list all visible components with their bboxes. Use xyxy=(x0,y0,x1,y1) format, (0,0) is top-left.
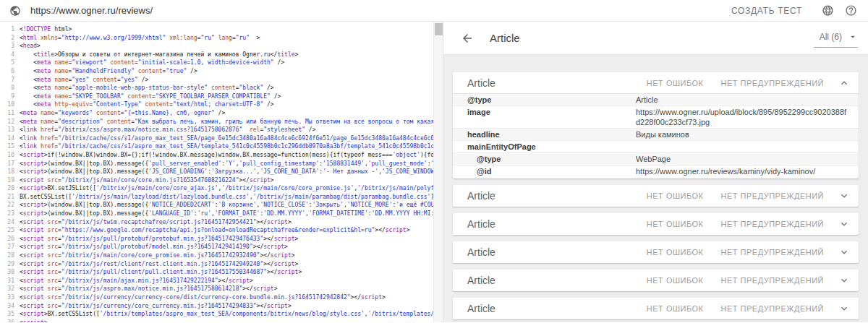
results-header: Article All (6) xyxy=(443,22,868,55)
card-title: Article xyxy=(467,218,495,230)
line-number: 30 xyxy=(0,268,20,277)
line-number: 13 xyxy=(0,126,20,134)
results-panel: Article All (6) Article НЕТ ОШИБОК НЕТ П… xyxy=(443,22,868,322)
main-split: 1<!DOCTYPE html>2<html xmlns="http://www… xyxy=(0,22,868,322)
no-warnings-badge: НЕТ ПРЕДУПРЕЖДЕНИЙ xyxy=(721,79,824,87)
line-number: 15 xyxy=(0,142,20,151)
article-card-collapsed: ArticleНЕТ ОШИБОКНЕТ ПРЕДУПРЕЖДЕНИЙ xyxy=(453,241,859,263)
help-icon[interactable] xyxy=(845,4,857,17)
code-line: 20<script>BX.setJSList(['/bitrix/js/main… xyxy=(0,184,433,193)
property-value: WebPage xyxy=(636,154,859,164)
back-arrow-icon[interactable] xyxy=(461,32,474,45)
line-number: 23 xyxy=(0,210,20,218)
article-card-expanded: Article НЕТ ОШИБОК НЕТ ПРЕДУПРЕЖДЕНИЙ @t… xyxy=(453,72,859,178)
code-line: 2<html xmlns="http://www.w3.org/1999/xht… xyxy=(0,34,433,43)
no-errors-badge: НЕТ ОШИБОК xyxy=(647,79,704,87)
no-warnings-badge: НЕТ ПРЕДУПРЕЖДЕНИЙ xyxy=(721,220,824,228)
topbar-actions: СОЗДАТЬ ТЕСТ xyxy=(731,4,868,17)
code-scrollbar-thumb[interactable] xyxy=(435,23,443,35)
article-card-header[interactable]: ArticleНЕТ ОШИБОКНЕТ ПРЕДУПРЕЖДЕНИЙ xyxy=(453,185,859,207)
line-number: 35 xyxy=(0,310,20,319)
chevron-up-icon[interactable] xyxy=(838,77,850,89)
code-line: 17<script>(window.BX||top.BX).message({'… xyxy=(0,160,433,168)
property-row: mainEntityOfPage xyxy=(453,140,859,152)
line-number: 32 xyxy=(0,285,20,293)
code-line: 19<script src="/bitrix/js/main/core/core… xyxy=(0,176,433,185)
chevron-down-icon[interactable] xyxy=(838,190,850,202)
line-number: 22 xyxy=(0,201,20,210)
line-number: 33 xyxy=(0,293,20,302)
no-warnings-badge: НЕТ ПРЕДУПРЕЖДЕНИЙ xyxy=(721,248,824,257)
article-card-header[interactable]: ArticleНЕТ ОШИБОКНЕТ ПРЕДУПРЕЖДЕНИЙ xyxy=(453,241,859,263)
line-number: 1 xyxy=(0,25,20,34)
chevron-down-icon[interactable] xyxy=(838,275,850,286)
line-number: 36 xyxy=(0,319,20,322)
line-number: 7 xyxy=(0,76,20,85)
article-card-collapsed: ArticleНЕТ ОШИБОКНЕТ ПРЕДУПРЕЖДЕНИЙ xyxy=(453,185,859,207)
article-card-collapsed: ArticleНЕТ ОШИБОКНЕТ ПРЕДУПРЕЖДЕНИЙ xyxy=(453,270,859,291)
code-line: 12<meta name="description" content="Как … xyxy=(0,118,433,126)
property-name: mainEntityOfPage xyxy=(453,142,636,152)
code-line: 32<script src="/bitrix/js/aspro.max/noti… xyxy=(0,285,433,293)
code-line: 36<script> xyxy=(0,319,433,322)
tested-url[interactable]: https://www.ogner.ru/reviews/ xyxy=(30,5,153,16)
code-line: 13<link href="/bitrix/css/aspro.max/noti… xyxy=(0,126,433,134)
chevron-down-icon[interactable] xyxy=(838,303,850,314)
article-card-header[interactable]: ArticleНЕТ ОШИБОКНЕТ ПРЕДУПРЕЖДЕНИЙ xyxy=(453,298,859,319)
article-card-header[interactable]: ArticleНЕТ ОШИБОКНЕТ ПРЕДУПРЕЖДЕНИЙ xyxy=(453,270,859,291)
code-line: 14<link href="/bitrix/cache/css/s1/aspro… xyxy=(0,134,433,143)
line-number: 25 xyxy=(0,226,20,235)
code-line: 8 <meta name="apple-mobile-web-app-statu… xyxy=(0,84,433,92)
line-number: 19 xyxy=(0,176,20,185)
language-icon[interactable] xyxy=(822,4,834,17)
property-rows: @typeArticleimagehttps://www.ogner.ru/up… xyxy=(453,94,859,178)
property-name: @type xyxy=(453,154,636,164)
property-name: image xyxy=(453,107,636,117)
line-number: 2 xyxy=(0,34,20,43)
code-line: 24<script src="/bitrix/js/twim.recaptcha… xyxy=(0,218,433,227)
line-number: 29 xyxy=(0,260,20,269)
code-line: 16<script>if(!window.BX)window.BX={};if(… xyxy=(0,151,433,160)
collapsed-cards: ArticleНЕТ ОШИБОКНЕТ ПРЕДУПРЕЖДЕНИЙArtic… xyxy=(453,185,859,319)
line-number: 6 xyxy=(0,67,20,76)
code-line: 9 <meta name="SKYPE_TOOLBAR" content="SK… xyxy=(0,92,433,101)
no-errors-badge: НЕТ ОШИБОК xyxy=(647,304,704,313)
article-card-header[interactable]: ArticleНЕТ ОШИБОКНЕТ ПРЕДУПРЕЖДЕНИЙ xyxy=(453,213,859,235)
card-title: Article xyxy=(467,77,495,89)
line-number: 18 xyxy=(0,168,20,176)
code-line: 11<meta name="keywords" content="{=this.… xyxy=(0,109,433,118)
line-number: 20 xyxy=(0,184,20,193)
create-test-button[interactable]: СОЗДАТЬ ТЕСТ xyxy=(731,6,802,16)
code-line: 4 <title>Обзоры и советы от интернет-маг… xyxy=(0,51,433,59)
property-value: https://www.ogner.ru/reviews/kaminy/vidy… xyxy=(636,166,859,176)
line-number: 26 xyxy=(0,235,20,244)
code-line: 6 <meta name="HandheldFriendly" content=… xyxy=(0,67,433,76)
line-number: 16 xyxy=(0,151,20,160)
property-value: Article xyxy=(636,95,859,105)
property-row: @typeArticle xyxy=(453,94,859,105)
results-filter-select[interactable]: All (6) xyxy=(814,28,858,48)
line-number: 14 xyxy=(0,134,20,143)
code-line: 28<script src="/bitrix/js/main/core/core… xyxy=(0,251,433,260)
code-line: 18<script>(window.BX||top.BX).message({'… xyxy=(0,168,433,176)
line-number: 21 xyxy=(0,193,20,202)
chevron-down-icon[interactable] xyxy=(838,218,850,230)
code-scrollbar[interactable] xyxy=(433,22,443,322)
property-name: @id xyxy=(453,166,636,176)
line-number: 27 xyxy=(0,243,20,251)
code-line: 27<script src="/bitrix/js/pull/protobuf/… xyxy=(0,243,433,251)
results-body: Article НЕТ ОШИБОК НЕТ ПРЕДУПРЕЖДЕНИЙ @t… xyxy=(443,55,868,322)
card-title: Article xyxy=(467,275,495,286)
code-line: 7 <meta name="yes" content="yes" /> xyxy=(0,76,433,85)
chevron-down-icon[interactable] xyxy=(838,246,850,258)
code-line: 22<script>(window.BX||top.BX).message({'… xyxy=(0,201,433,210)
code-line: 26<script src="/bitrix/js/pull/protobuf/… xyxy=(0,235,433,244)
line-number: 12 xyxy=(0,118,20,126)
article-card-header[interactable]: Article НЕТ ОШИБОК НЕТ ПРЕДУПРЕЖДЕНИЙ xyxy=(453,72,859,94)
code-line: 15<link href="/bitrix/cache/css/s1/aspro… xyxy=(0,142,433,151)
code-line: 1<!DOCTYPE html> xyxy=(0,25,433,34)
source-code-panel[interactable]: 1<!DOCTYPE html>2<html xmlns="http://www… xyxy=(0,22,443,322)
property-name: headline xyxy=(453,129,636,139)
code-line: 21BX.setCSSList(['/bitrix/js/main/lazylo… xyxy=(0,193,433,202)
results-title: Article xyxy=(490,32,520,44)
